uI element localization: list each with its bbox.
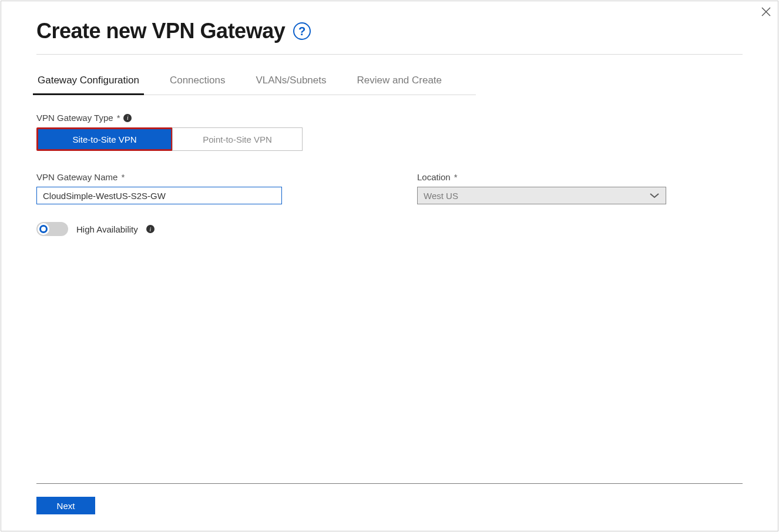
wizard-footer: Next xyxy=(36,483,743,514)
footer-divider xyxy=(36,483,743,484)
location-select[interactable]: West US xyxy=(417,187,666,204)
required-marker: * xyxy=(121,172,125,182)
tab-gateway-configuration[interactable]: Gateway Configuration xyxy=(36,71,140,95)
info-icon[interactable]: i xyxy=(123,114,132,122)
title-divider xyxy=(36,54,743,55)
high-availability-label: High Availability xyxy=(76,224,138,234)
location-label-text: Location xyxy=(417,172,451,182)
required-marker: * xyxy=(117,113,120,123)
next-button[interactable]: Next xyxy=(36,497,95,514)
wizard-tabs: Gateway Configuration Connections VLANs/… xyxy=(36,71,476,95)
vpn-type-highlight: Site-to-Site VPN xyxy=(36,127,173,151)
help-icon: ? xyxy=(298,25,305,38)
create-vpn-gateway-modal: Create new VPN Gateway ? Gateway Configu… xyxy=(1,1,778,531)
page-title: Create new VPN Gateway xyxy=(36,19,285,43)
location-label: Location * xyxy=(417,172,666,182)
chevron-down-icon xyxy=(649,191,660,201)
tab-vlans-subnets[interactable]: VLANs/Subnets xyxy=(254,71,327,95)
site-to-site-vpn-option[interactable]: Site-to-Site VPN xyxy=(38,129,171,149)
tab-connections[interactable]: Connections xyxy=(169,71,227,95)
close-button[interactable] xyxy=(758,4,774,20)
required-marker: * xyxy=(454,172,458,182)
close-icon xyxy=(761,6,771,17)
toggle-knob-icon xyxy=(38,223,49,235)
vpn-gateway-name-input[interactable] xyxy=(36,187,282,204)
vpn-gateway-type-label: VPN Gateway Type * i xyxy=(36,113,743,123)
tab-review-and-create[interactable]: Review and Create xyxy=(355,71,443,95)
vpn-gateway-type-label-text: VPN Gateway Type xyxy=(36,113,113,123)
high-availability-toggle[interactable] xyxy=(36,222,68,236)
help-button[interactable]: ? xyxy=(293,22,311,40)
vpn-gateway-name-label-text: VPN Gateway Name xyxy=(36,172,117,182)
point-to-site-vpn-option[interactable]: Point-to-Site VPN xyxy=(172,127,303,151)
info-icon[interactable]: i xyxy=(146,225,155,233)
vpn-gateway-name-label: VPN Gateway Name * xyxy=(36,172,282,182)
location-selected-value: West US xyxy=(424,191,458,201)
